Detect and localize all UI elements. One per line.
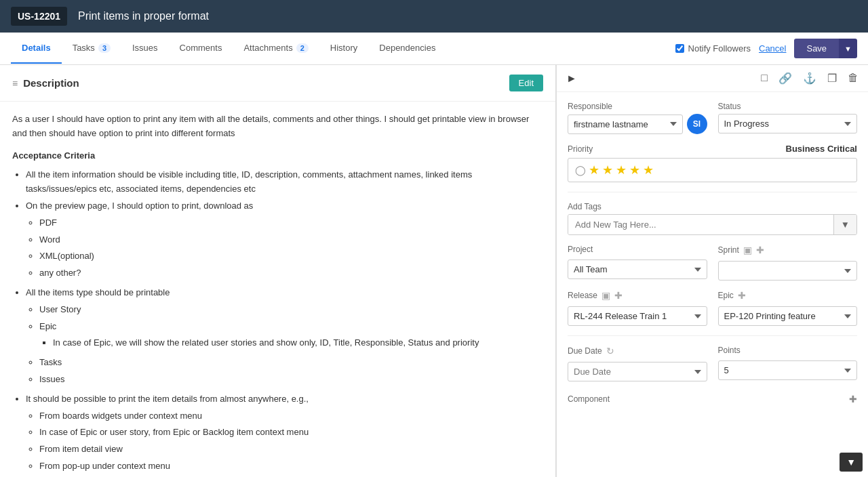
fullscreen-icon[interactable]: □ xyxy=(761,72,768,85)
right-fields: Responsible firstname lastname SI Status… xyxy=(557,92,868,417)
release-group: Release ▣ ✚ RL-244 Release Train 1 xyxy=(568,290,707,326)
epic-select[interactable]: EP-120 Printing feature xyxy=(718,306,858,326)
issue-title: Print items in proper format xyxy=(78,10,209,22)
sprint-copy-icon[interactable]: ▣ xyxy=(743,245,752,255)
project-label: Project xyxy=(568,245,593,254)
right-panel: ► □ 🔗 ⚓ ❐ 🗑 Responsible firstname lastna… xyxy=(556,65,868,477)
star-1[interactable]: ★ xyxy=(589,163,599,178)
divider-2 xyxy=(568,335,857,336)
type-tasks: Tasks xyxy=(39,356,543,370)
header-bar: US-12201 Print items in proper format xyxy=(0,0,868,33)
anywhere-boards: From boards widgets under context menu xyxy=(39,409,543,423)
epic-sub-list: In case of Epic, we will show the relate… xyxy=(39,336,543,350)
star-3[interactable]: ★ xyxy=(616,163,627,178)
status-label: Status xyxy=(718,102,858,111)
sprint-group: Sprint ▣ ✚ xyxy=(718,245,858,281)
cancel-button[interactable]: Cancel xyxy=(759,43,786,54)
description-intro: As a user I should have option to print … xyxy=(12,112,543,141)
tags-label: Add Tags xyxy=(568,202,857,211)
anywhere-detail-view: From item detail view xyxy=(39,442,543,457)
sprint-select[interactable] xyxy=(718,261,858,281)
notify-followers-label[interactable]: Notify Followers xyxy=(675,43,751,54)
tab-issues[interactable]: Issues xyxy=(121,33,169,64)
link-icon[interactable]: 🔗 xyxy=(778,72,792,85)
tab-tasks[interactable]: Tasks 3 xyxy=(62,33,121,64)
tab-details[interactable]: Details xyxy=(11,33,62,64)
item-types-list: User Story Epic In case of Epic, we will… xyxy=(26,303,543,387)
issue-id: US-12201 xyxy=(11,7,67,26)
type-issues: Issues xyxy=(39,373,543,387)
tags-dropdown-button[interactable]: ▼ xyxy=(833,215,856,234)
bullet-item-preview: On the preview page, I should option to … xyxy=(26,199,543,281)
component-add-icon[interactable]: ✚ xyxy=(849,394,857,405)
duedate-group: Due Date ↻ xyxy=(568,346,707,381)
release-add-icon[interactable]: ✚ xyxy=(614,290,623,301)
project-sprint-row: Project All Team Sprint ▣ ✚ xyxy=(568,245,857,281)
toolbar-icons: □ 🔗 ⚓ ❐ 🗑 xyxy=(761,72,859,85)
format-word: Word xyxy=(39,233,543,247)
project-select[interactable]: All Team xyxy=(568,260,707,279)
format-other: any other? xyxy=(39,266,543,281)
scroll-to-bottom-button[interactable]: ▼ xyxy=(840,453,863,472)
duedate-label: Due Date xyxy=(568,346,602,356)
star-2[interactable]: ★ xyxy=(602,163,613,178)
points-label: Points xyxy=(718,346,741,355)
edit-button[interactable]: Edit xyxy=(509,75,543,91)
priority-header: Priority Business Critical xyxy=(568,144,857,154)
tab-history[interactable]: History xyxy=(319,33,368,64)
chevron-right-icon[interactable]: ► xyxy=(566,72,577,85)
tags-input[interactable] xyxy=(568,215,833,234)
star-5[interactable]: ★ xyxy=(643,163,654,178)
bookmark-icon[interactable]: ⚓ xyxy=(803,72,816,85)
copy-icon[interactable]: ❐ xyxy=(827,72,837,85)
epic-label: Epic xyxy=(718,291,734,300)
tab-dependencies[interactable]: Dependencies xyxy=(368,33,446,64)
responsible-input-wrap: firstname lastname SI xyxy=(568,114,707,134)
tags-input-wrap: ▼ xyxy=(568,214,857,235)
sprint-add-icon[interactable]: ✚ xyxy=(756,245,764,255)
hamburger-icon: ≡ xyxy=(12,78,18,89)
points-select[interactable]: 5 1 2 3 8 13 xyxy=(718,360,858,380)
main-bullets: All the item information should be visib… xyxy=(12,168,543,473)
star-4[interactable]: ★ xyxy=(629,163,640,178)
duedate-input[interactable] xyxy=(568,362,707,381)
divider-1 xyxy=(568,192,857,192)
notify-followers-checkbox[interactable] xyxy=(675,44,684,53)
duedate-reset-icon[interactable]: ↻ xyxy=(606,346,614,356)
sprint-label: Sprint xyxy=(718,245,739,255)
tab-attachments[interactable]: Attachments 2 xyxy=(233,33,319,64)
release-copy-icon[interactable]: ▣ xyxy=(601,290,610,301)
epic-note: In case of Epic, we will show the relate… xyxy=(53,336,543,350)
priority-stars[interactable]: ◯ ★ ★ ★ ★ ★ xyxy=(568,158,857,182)
save-dropdown-button[interactable]: ▼ xyxy=(839,39,857,58)
release-label-row: Release ▣ ✚ xyxy=(568,290,707,301)
description-header: ≡ Description Edit xyxy=(0,65,555,102)
epic-add-icon[interactable]: ✚ xyxy=(738,290,746,301)
responsible-group: Responsible firstname lastname SI xyxy=(568,102,707,134)
main-content: ≡ Description Edit As a user I should ha… xyxy=(0,65,868,477)
responsible-select[interactable]: firstname lastname xyxy=(568,115,683,134)
release-epic-row: Release ▣ ✚ RL-244 Release Train 1 Epic … xyxy=(568,290,857,326)
avatar: SI xyxy=(687,114,707,134)
component-row: Component ✚ xyxy=(568,391,857,407)
type-epic: Epic In case of Epic, we will show the r… xyxy=(39,320,543,351)
epic-label-row: Epic ✚ xyxy=(718,290,858,301)
tab-comments[interactable]: Comments xyxy=(169,33,233,64)
delete-icon[interactable]: 🗑 xyxy=(848,72,859,85)
bullet-item-types: All the items type should be printable U… xyxy=(26,286,543,387)
status-select[interactable]: In Progress To Do Done Blocked xyxy=(718,114,858,133)
save-button[interactable]: Save xyxy=(794,39,839,58)
type-user-story: User Story xyxy=(39,303,543,317)
description-label: Description xyxy=(23,77,79,89)
anywhere-popup: From pop-up under context menu xyxy=(39,459,543,474)
priority-name: Business Critical xyxy=(786,144,858,154)
right-toolbar: ► □ 🔗 ⚓ ❐ 🗑 xyxy=(557,65,868,92)
responsible-status-row: Responsible firstname lastname SI Status… xyxy=(568,102,857,134)
release-label: Release xyxy=(568,291,597,300)
status-group: Status In Progress To Do Done Blocked xyxy=(718,102,858,134)
bullet-item-anywhere: It should be possible to print the item … xyxy=(26,392,543,474)
release-select[interactable]: RL-244 Release Train 1 xyxy=(568,306,707,326)
component-label: Component xyxy=(568,394,610,404)
priority-minus-icon[interactable]: ◯ xyxy=(575,165,586,175)
anywhere-epic-backlog: In case of Epic or user story, from Epic… xyxy=(39,426,543,440)
